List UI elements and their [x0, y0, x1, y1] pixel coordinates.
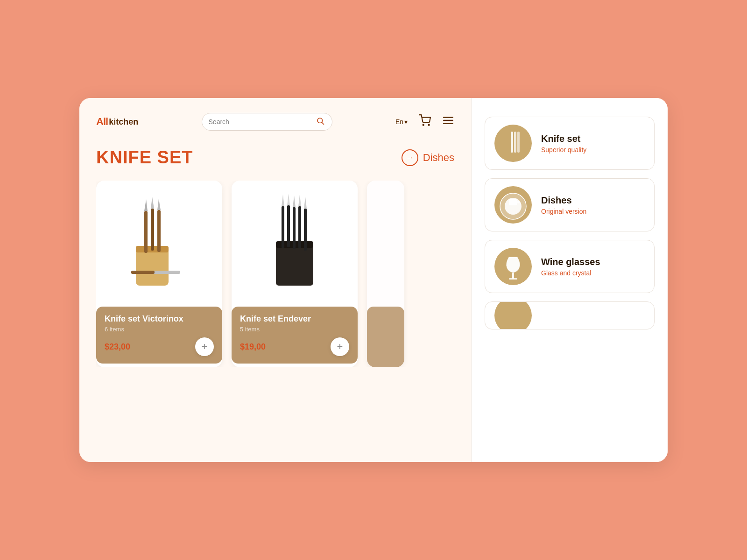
section-header: KNIFE SET → Dishes: [96, 147, 454, 168]
add-button-2[interactable]: +: [331, 337, 349, 356]
svg-point-2: [423, 125, 424, 126]
header: All kitchen En ▾: [96, 113, 454, 131]
product-footer-1: $23,00 +: [105, 337, 214, 356]
dishes-arrow-icon: →: [402, 149, 418, 166]
svg-rect-35: [517, 201, 520, 203]
wineglasses-icon: [497, 250, 529, 283]
dishes-label: Dishes: [423, 152, 454, 164]
svg-marker-10: [144, 199, 148, 211]
category-card-wineglasses[interactable]: Wine glasses Glass and crystal: [485, 240, 655, 293]
svg-marker-22: [287, 194, 290, 205]
svg-marker-14: [157, 199, 161, 210]
knifeset-icon-circle: [494, 125, 532, 162]
section-title: KNIFE SET: [96, 147, 193, 168]
svg-rect-11: [151, 209, 154, 251]
product-items-2: 5 items: [240, 326, 349, 333]
knifeset-sub: Superior quality: [541, 146, 586, 154]
svg-rect-17: [276, 244, 313, 286]
search-icon[interactable]: [316, 117, 324, 127]
product-card-2: Knife set Endever 5 items $19,00 +: [232, 181, 358, 367]
category-card-dishes[interactable]: Dishes Original version: [485, 178, 655, 231]
svg-marker-26: [298, 195, 301, 206]
dishes-icon-circle: [494, 186, 532, 224]
svg-point-3: [429, 125, 430, 126]
add-button-1[interactable]: +: [195, 337, 214, 356]
svg-marker-20: [282, 195, 284, 206]
logo-text: kitchen: [109, 117, 138, 127]
menu-icon[interactable]: [442, 114, 454, 129]
dishes-sub: Original version: [541, 208, 586, 215]
svg-marker-24: [293, 196, 296, 207]
search-input[interactable]: [209, 118, 316, 126]
svg-rect-19: [282, 206, 284, 248]
svg-rect-25: [298, 206, 301, 248]
products-row: Knife set Victorinox 6 items $23,00 +: [96, 181, 454, 367]
dishes-link[interactable]: → Dishes: [402, 149, 454, 166]
right-panel: Knife set Superior quality Dishes Origin…: [472, 98, 668, 462]
product-image-3-partial: [367, 181, 404, 307]
svg-rect-34: [509, 199, 517, 205]
product-price-1: $23,00: [105, 342, 130, 352]
product-card-3-partial: [367, 181, 404, 367]
category-card-partial[interactable]: [485, 301, 655, 329]
svg-rect-13: [157, 210, 161, 252]
product-image-2: [232, 181, 358, 307]
knifeset-icon: [501, 129, 525, 157]
knife-set-1-image: [122, 192, 197, 295]
logo: All kitchen: [96, 116, 138, 128]
knifeset-info: Knife set Superior quality: [541, 133, 586, 154]
svg-rect-21: [287, 205, 290, 247]
partial-icon-circle: [494, 301, 532, 329]
svg-line-1: [322, 122, 324, 124]
header-right: En ▾: [395, 114, 454, 129]
svg-rect-27: [304, 209, 307, 251]
category-card-knifeset[interactable]: Knife set Superior quality: [485, 117, 655, 170]
wineglasses-info: Wine glasses Glass and crystal: [541, 257, 600, 277]
product-name-2: Knife set Endever: [240, 314, 349, 324]
product-price-2: $19,00: [240, 342, 266, 352]
product-image-1: [96, 181, 222, 307]
product-info-2: Knife set Endever 5 items $19,00 +: [232, 307, 358, 364]
svg-marker-28: [304, 197, 307, 209]
dishes-name: Dishes: [541, 195, 586, 206]
product-info-1: Knife set Victorinox 6 items $23,00 +: [96, 307, 222, 364]
wineglasses-name: Wine glasses: [541, 257, 600, 267]
svg-rect-36: [512, 273, 514, 279]
dishes-icon: [497, 189, 529, 221]
left-panel: All kitchen En ▾: [79, 98, 472, 462]
knife-set-2-image: [257, 192, 332, 295]
wineglasses-sub: Glass and crystal: [541, 269, 600, 277]
svg-rect-7: [136, 248, 169, 286]
svg-rect-37: [509, 278, 517, 280]
product-name-1: Knife set Victorinox: [105, 314, 214, 324]
language-selector[interactable]: En ▾: [395, 118, 408, 126]
svg-rect-23: [293, 207, 296, 249]
wineglasses-icon-circle: [494, 248, 532, 285]
product-card-1: Knife set Victorinox 6 items $23,00 +: [96, 181, 222, 367]
main-card: All kitchen En ▾: [79, 98, 668, 462]
product-footer-2: $19,00 +: [240, 337, 349, 356]
svg-rect-29: [511, 132, 513, 153]
svg-rect-31: [517, 132, 520, 153]
svg-rect-30: [514, 132, 516, 153]
svg-rect-9: [144, 211, 148, 253]
svg-marker-12: [151, 197, 154, 209]
search-bar[interactable]: [202, 113, 332, 131]
product-items-1: 6 items: [105, 326, 214, 333]
logo-icon: All: [96, 116, 108, 128]
cart-icon[interactable]: [419, 114, 431, 129]
dishes-info: Dishes Original version: [541, 195, 586, 215]
svg-rect-16: [131, 271, 155, 274]
knifeset-name: Knife set: [541, 133, 586, 144]
product-info-3-partial: [367, 307, 404, 367]
